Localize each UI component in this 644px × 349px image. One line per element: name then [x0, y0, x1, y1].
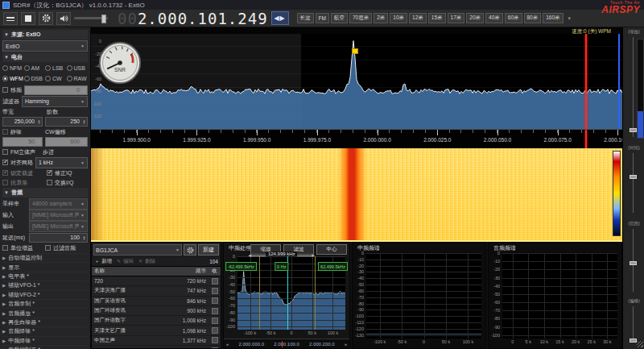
band-button-12米[interactable]: 12米 — [409, 13, 427, 23]
step-size-select[interactable]: 1 kHz▼ — [35, 157, 88, 168]
plugin-header-辅助VFO-2[interactable]: ▶辅助VFO-2 * — [2, 290, 88, 299]
spinner-icon[interactable]: ▲▼ — [81, 119, 87, 124]
row-checkbox[interactable] — [212, 308, 218, 314]
cw-shift-input[interactable]: 600▲▼ — [45, 137, 88, 147]
settings-button[interactable] — [39, 12, 53, 25]
band-button-2米[interactable]: 2米 — [374, 13, 388, 23]
menu-button[interactable] — [3, 12, 18, 25]
footer-left-icon[interactable]: « — [226, 342, 229, 347]
rf-spectrum-display[interactable]: 0-20-40-60-80-100-120 SNR — [91, 34, 622, 129]
bandwidth-input[interactable]: 250,000▲▼ — [2, 117, 43, 127]
audio-output-select[interactable]: [MME] Microsoft 声音映射器▼ — [29, 221, 88, 232]
plugin-header-中频降噪[interactable]: ▶中频降噪 * — [2, 336, 88, 345]
row-checkbox[interactable] — [212, 297, 218, 304]
start-stop-button[interactable] — [21, 12, 35, 25]
frequency-scale[interactable]: 1.999.900.01.999.925.01.999.950.01.999.9… — [91, 129, 622, 149]
shift-input[interactable]: 0▲▼ — [24, 85, 88, 95]
filter-select[interactable]: Hamming▼ — [22, 96, 88, 107]
plugin-header-辅助VFO-1[interactable]: ▶辅助VFO-1 * — [2, 280, 88, 289]
row-checkbox[interactable] — [212, 288, 218, 294]
spinner-icon[interactable]: ▲▼ — [36, 119, 42, 124]
unity-gain-checkbox[interactable] — [2, 245, 8, 251]
order-input[interactable]: 250▲▼ — [45, 117, 88, 127]
manager-settings-button[interactable] — [184, 244, 196, 256]
snap-grid-checkbox[interactable] — [2, 160, 8, 165]
plugin-header-音频录制[interactable]: ▶音频录制 * — [2, 299, 88, 308]
slider-track-3[interactable] — [633, 306, 634, 342]
mode-radio-am[interactable]: AM — [24, 63, 46, 73]
table-row[interactable]: 国广外语数字1,008 kHz — [92, 316, 221, 326]
waterfall-display[interactable] — [91, 148, 622, 242]
samplerate-select[interactable]: 48000 sample/s▼ — [29, 198, 88, 210]
spinner-icon[interactable]: ▲▼ — [81, 88, 87, 93]
mode-radio-lsb[interactable]: LSB — [45, 63, 67, 73]
correct-iq-checkbox[interactable] — [47, 170, 52, 176]
lock-carrier-checkbox[interactable] — [2, 170, 8, 176]
plugin-header-音频播放[interactable]: ▶音频播放 * — [2, 308, 88, 317]
audio-input-select[interactable]: [MME] Microsoft 声音映射器▼ — [29, 210, 88, 221]
row-checkbox[interactable] — [212, 278, 218, 285]
band-more-arrow-icon[interactable]: ▾ — [568, 15, 572, 22]
fm-stereo-checkbox[interactable] — [2, 149, 8, 155]
mode-radio-nfm[interactable]: NFM — [2, 63, 24, 73]
band-button-40米[interactable]: 40米 — [485, 13, 503, 23]
filter-edge-right[interactable] — [315, 256, 316, 330]
plugin-header-音频控制器[interactable]: ▶音频控制器 * — [2, 345, 88, 349]
table-row[interactable]: 720720 kHz — [92, 276, 221, 286]
new-entry-button[interactable]: 新建 — [198, 244, 219, 256]
plugin-header-再生白噪器[interactable]: ▶再生白噪器 * — [2, 318, 88, 326]
mode-radio-raw[interactable]: RAW — [67, 73, 89, 84]
squelch-input[interactable]: 50▲▼ — [2, 137, 43, 147]
slider-thumb-2[interactable] — [630, 261, 637, 265]
row-checkbox[interactable] — [212, 337, 218, 343]
table-row[interactable]: 中国之声1,377 kHz — [92, 336, 221, 346]
band-button-60米[interactable]: 60米 — [505, 13, 522, 23]
mode-radio-cw[interactable]: CW — [45, 73, 67, 84]
col-header-freq[interactable]: 频率 — [171, 268, 208, 275]
table-row[interactable]: 国广环球资讯900 kHz — [92, 306, 221, 316]
row-checkbox[interactable] — [212, 318, 218, 324]
slider-thumb-3[interactable] — [630, 339, 637, 343]
plugin-header-音频降噪[interactable]: ▶音频降噪 * — [2, 326, 88, 335]
source-select[interactable]: ExtIO▼ — [2, 40, 88, 52]
table-row[interactable]: 国广英语资讯846 kHz — [92, 297, 221, 306]
band-button-航空[interactable]: 航空 — [331, 13, 348, 23]
table-row[interactable]: CNR-16,025 kHz — [92, 346, 221, 349]
band-button-17米[interactable]: 17米 — [448, 13, 465, 23]
table-row[interactable]: 天津文艺广播1,098 kHz — [92, 326, 221, 335]
col-header-name[interactable]: 名称 — [92, 268, 171, 275]
plugin-header-自动增益控制[interactable]: ▶自动增益控制 — [2, 253, 88, 262]
plugin-header-电平表[interactable]: ▶电平表 * — [2, 272, 88, 280]
mode-radio-wfm[interactable]: WFM — [2, 73, 24, 84]
spinner-icon[interactable]: ▲▼ — [81, 235, 87, 240]
filter-audio-checkbox[interactable] — [45, 245, 51, 251]
profile-select[interactable]: BG1JCA▼ — [93, 244, 182, 256]
action-新增[interactable]: +新增 — [94, 258, 112, 265]
resize-grip-icon[interactable] — [637, 341, 643, 347]
band-button-80米[interactable]: 80米 — [524, 13, 542, 23]
band-button-70厘米[interactable]: 70厘米 — [349, 13, 372, 23]
audio-section-header[interactable]: ▼音频 — [2, 188, 88, 197]
band-button-15米[interactable]: 15米 — [428, 13, 446, 23]
mode-radio-usb[interactable]: USB — [67, 63, 89, 73]
if-center-button[interactable]: 中心 — [316, 244, 347, 255]
volume-slider[interactable] — [74, 17, 108, 19]
band-button-长波[interactable]: 长波 — [297, 13, 314, 23]
slider-track-0[interactable] — [633, 37, 634, 137]
row-checkbox[interactable] — [212, 327, 218, 334]
source-section-header[interactable]: ▼来源: ExtIO — [2, 30, 88, 39]
shift-checkbox[interactable] — [2, 87, 8, 93]
anti-fading-checkbox[interactable] — [2, 180, 8, 185]
radio-section-header[interactable]: ▼电台 — [2, 52, 88, 62]
band-button-FM[interactable]: FM — [316, 13, 329, 23]
plugin-header-显示[interactable]: ▶显示 — [2, 262, 88, 271]
slider-track-1[interactable] — [633, 153, 634, 213]
frequency-display[interactable]: 002.000.101.249 — [118, 10, 268, 27]
mute-button[interactable] — [56, 12, 71, 25]
swap-iq-checkbox[interactable] — [47, 180, 52, 185]
volume-slider-thumb[interactable] — [101, 15, 106, 23]
col-header-check[interactable]: 收 — [208, 268, 221, 275]
footer-right-icon[interactable]: » — [345, 342, 347, 347]
band-button-160米[interactable]: 160米 — [543, 13, 563, 23]
table-row[interactable]: 天津滨海广播747 kHz — [92, 286, 221, 296]
